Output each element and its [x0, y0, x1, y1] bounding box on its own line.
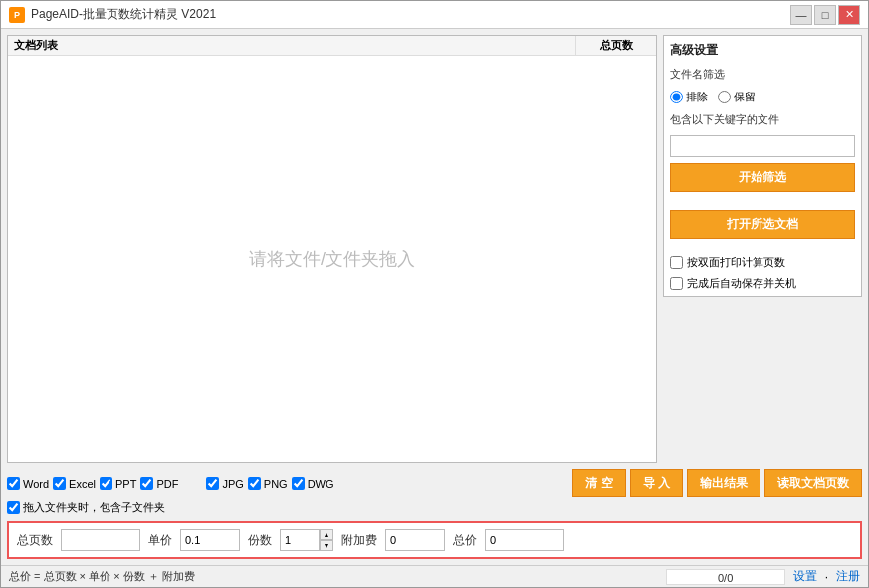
calc-section: 总页数 单价 份数 ▲ ▼ 附加费 总价 — [7, 521, 862, 559]
word-checkbox-label[interactable]: Word — [7, 477, 49, 490]
jpg-checkbox-label[interactable]: JPG — [206, 477, 243, 490]
right-panel: 高级设置 文件名筛选 排除 保留 包含以下关键字的文件 — [663, 35, 862, 463]
keep-radio[interactable] — [718, 91, 731, 103]
formula-label: 总价 = 总页数 × 单价 × 份数 ＋ 附加费 — [9, 569, 658, 584]
copies-input[interactable] — [280, 529, 320, 551]
window-title: PageAID-批量页数统计精灵 V2021 — [31, 6, 790, 23]
minimize-button[interactable]: — — [790, 5, 812, 25]
dwg-label: DWG — [308, 478, 334, 490]
excel-checkbox-label[interactable]: Excel — [53, 477, 96, 490]
bottom-toolbar: Word Excel PPT PDF — [7, 467, 862, 517]
import-button[interactable]: 导 入 — [630, 469, 683, 497]
double-sided-checkbox[interactable] — [670, 256, 683, 269]
ppt-checkbox-label[interactable]: PPT — [100, 477, 136, 490]
doc-list-title: 文档列表 — [8, 36, 576, 55]
subfolder-checkbox-label[interactable]: 拖入文件夹时，包含子文件夹 — [7, 500, 165, 515]
subfolder-label: 拖入文件夹时，包含子文件夹 — [23, 500, 165, 515]
total-pages-column-header: 总页数 — [576, 36, 656, 55]
unit-price-input[interactable] — [180, 529, 240, 551]
total-pages-input[interactable] — [61, 529, 140, 551]
dwg-checkbox[interactable] — [292, 477, 305, 490]
png-label: PNG — [264, 478, 288, 490]
word-label: Word — [23, 478, 49, 490]
drop-zone[interactable]: 请将文件/文件夹拖入 — [8, 56, 656, 462]
png-checkbox-label[interactable]: PNG — [248, 477, 288, 490]
clear-button[interactable]: 清 空 — [572, 469, 625, 497]
double-sided-text: 按双面打印计算页数 — [687, 255, 785, 270]
open-selected-button[interactable]: 打开所选文档 — [670, 210, 855, 239]
main-content: 文档列表 总页数 请将文件/文件夹拖入 高级设置 文件名筛选 — [1, 29, 868, 565]
app-icon: P — [9, 7, 25, 23]
auto-close-text: 完成后自动保存并关机 — [687, 276, 796, 291]
keep-radio-label[interactable]: 保留 — [718, 90, 756, 104]
file-type-row: Word Excel PPT PDF — [7, 469, 862, 497]
title-bar: P PageAID-批量页数统计精灵 V2021 — □ ✕ — [1, 1, 868, 29]
total-price-label: 总价 — [453, 532, 477, 549]
progress-indicator: 0/0 — [666, 569, 785, 585]
read-pages-button[interactable]: 读取文档页数 — [764, 469, 862, 497]
pdf-label: PDF — [156, 478, 178, 490]
copies-stepper: ▲ ▼ — [320, 529, 333, 551]
jpg-checkbox[interactable] — [206, 477, 219, 490]
status-separator: · — [825, 570, 828, 584]
ppt-label: PPT — [115, 478, 136, 490]
copies-wrapper: ▲ ▼ — [280, 529, 333, 551]
jpg-label: JPG — [222, 478, 243, 490]
register-link[interactable]: 注册 — [836, 568, 860, 585]
copies-down-button[interactable]: ▼ — [320, 540, 333, 551]
double-sided-label[interactable]: 按双面打印计算页数 — [670, 255, 855, 270]
export-button[interactable]: 输出结果 — [687, 469, 760, 497]
pdf-checkbox-label[interactable]: PDF — [140, 477, 178, 490]
exclude-radio-label[interactable]: 排除 — [670, 90, 708, 104]
auto-close-checkbox[interactable] — [670, 277, 683, 290]
doc-table-header: 文档列表 总页数 — [8, 36, 656, 56]
keep-radio-text: 保留 — [734, 90, 756, 104]
doc-list-section: 文档列表 总页数 请将文件/文件夹拖入 — [7, 35, 657, 463]
unit-price-label: 单价 — [148, 532, 172, 549]
total-pages-calc-label: 总页数 — [17, 532, 53, 549]
restore-button[interactable]: □ — [814, 5, 836, 25]
start-filter-button[interactable]: 开始筛选 — [670, 163, 855, 192]
status-bar: 总价 = 总页数 × 单价 × 份数 ＋ 附加费 0/0 设置 · 注册 — [1, 565, 868, 587]
filter-radio-group: 排除 保留 — [670, 90, 855, 104]
pdf-checkbox[interactable] — [140, 477, 153, 490]
extra-fee-input[interactable] — [385, 529, 445, 551]
total-price-input[interactable] — [485, 529, 564, 551]
doc-list-area[interactable]: 请将文件/文件夹拖入 — [8, 56, 656, 462]
window-controls: — □ ✕ — [790, 5, 860, 25]
dwg-checkbox-label[interactable]: DWG — [292, 477, 334, 490]
excel-label: Excel — [69, 478, 96, 490]
subfolder-row: 拖入文件夹时，包含子文件夹 — [7, 500, 862, 515]
exclude-radio-text: 排除 — [686, 90, 708, 104]
drop-placeholder: 请将文件/文件夹拖入 — [249, 247, 415, 271]
excel-checkbox[interactable] — [53, 477, 66, 490]
filter-input-label: 包含以下关键字的文件 — [670, 112, 855, 127]
png-checkbox[interactable] — [248, 477, 261, 490]
advanced-settings: 高级设置 文件名筛选 排除 保留 包含以下关键字的文件 — [663, 35, 862, 297]
filter-keyword-input[interactable] — [670, 135, 855, 157]
filter-section-title: 文件名筛选 — [670, 67, 855, 82]
auto-close-label[interactable]: 完成后自动保存并关机 — [670, 276, 855, 291]
top-area: 文档列表 总页数 请将文件/文件夹拖入 高级设置 文件名筛选 — [7, 35, 862, 463]
main-window: P PageAID-批量页数统计精灵 V2021 — □ ✕ 文档列表 总页数 … — [0, 0, 869, 588]
extra-fee-label: 附加费 — [341, 532, 377, 549]
advanced-settings-title: 高级设置 — [670, 42, 855, 59]
subfolder-checkbox[interactable] — [7, 501, 20, 514]
copies-up-button[interactable]: ▲ — [320, 529, 333, 540]
ppt-checkbox[interactable] — [100, 477, 112, 490]
close-button[interactable]: ✕ — [838, 5, 860, 25]
exclude-radio[interactable] — [670, 91, 683, 103]
action-buttons: 清 空 导 入 输出结果 读取文档页数 — [572, 469, 862, 497]
settings-link[interactable]: 设置 — [793, 568, 817, 585]
word-checkbox[interactable] — [7, 477, 20, 490]
copies-label: 份数 — [248, 532, 272, 549]
